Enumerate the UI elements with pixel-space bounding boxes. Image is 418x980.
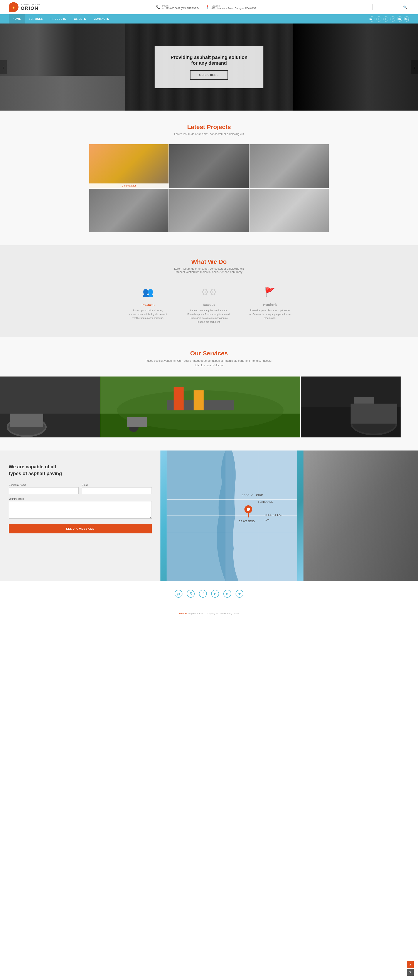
project-label-1: Consectetuer (89, 183, 169, 188)
svg-rect-9 (174, 387, 184, 410)
nav-contacts[interactable]: CONTACTS (90, 14, 113, 24)
hero-next-arrow[interactable]: › (411, 60, 418, 74)
map-area: BOROUGH PARK FLATLANDS SHEEPSHEAD BAY GR… (160, 450, 303, 581)
contact-form-area: We are capable of alltypes of asphalt pa… (0, 450, 160, 581)
nav-clients[interactable]: CLIENTS (70, 14, 90, 24)
message-label: Your message (9, 498, 152, 500)
nav-social-linkedin[interactable]: in (397, 16, 402, 22)
nav-social-rss[interactable]: rss (404, 16, 409, 22)
footer-copyright: ORION. Asphalt Paving Company © 2015 Pri… (0, 609, 418, 618)
service-icon-2: ⚙⚙ (201, 285, 217, 300)
hero-road-right (293, 24, 418, 111)
project-item-4[interactable] (89, 189, 169, 232)
project-item-2[interactable] (169, 144, 249, 188)
contact-wrapper: We are capable of alltypes of asphalt pa… (0, 450, 418, 581)
nav-social: g+ t f p in rss (369, 16, 409, 22)
location-contact: 📍 Location: 6901 Marmora Road, Glasgow, … (205, 5, 257, 10)
service-item-3: 🚩 Hendrerit Phasellus porta. Fusce susci… (248, 285, 292, 324)
message-textarea[interactable] (9, 501, 152, 519)
contact-heading: We are capable of alltypes of asphalt pa… (9, 463, 74, 477)
footer-social-facebook[interactable]: f (199, 590, 207, 598)
service-image-1 (0, 377, 100, 438)
project-item-1[interactable]: Consectetuer (89, 144, 169, 188)
footer-divider (9, 602, 409, 602)
contact-bg-image (303, 450, 418, 581)
nav-social-twitter[interactable]: t (376, 16, 381, 22)
what-we-do-title: What We Do (9, 258, 409, 265)
footer-copyright-text: Asphalt Paving Company © 2015 Privacy po… (188, 612, 239, 615)
svg-text:BAY: BAY (265, 518, 270, 521)
svg-point-27 (247, 508, 250, 511)
latest-projects-subtitle: Lorem ipsum dolor sit amet, consectetuer… (9, 132, 409, 135)
search-input[interactable] (375, 6, 403, 9)
service-desc-3: Phasellus porta. Fusce suscipit varius m… (248, 309, 292, 320)
phone-label: Phone: (162, 5, 199, 7)
svg-text:GRAVESEND: GRAVESEND (239, 520, 255, 523)
form-row-1: Company Name Email (9, 484, 152, 494)
logo-icon: 🔥 (9, 2, 19, 12)
email-group: Email (82, 484, 152, 494)
svg-rect-10 (193, 390, 204, 410)
contact-info: 📞 Phone: +1 929 603 8031 (365-SUPPORT) 📍… (156, 5, 257, 10)
nav-social-googleplus[interactable]: g+ (369, 16, 375, 22)
phone-number: +1 929 603 8031 (365-SUPPORT) (162, 7, 199, 10)
svg-rect-17 (351, 404, 397, 424)
service-title-2: Natoque (187, 303, 231, 306)
svg-text:BOROUGH PARK: BOROUGH PARK (242, 494, 263, 497)
svg-text:SHEEPSHEAD: SHEEPSHEAD (265, 513, 282, 517)
project-item-5[interactable] (169, 189, 249, 232)
hero-headline: Providing asphalt paving solution for an… (168, 55, 250, 66)
hero-section: ‹ Providing asphalt paving solution for … (0, 24, 418, 111)
our-services-title: Our Services (9, 350, 409, 357)
services-images-row (0, 377, 400, 438)
email-input[interactable] (82, 487, 152, 494)
hero-overlay: Providing asphalt paving solution for an… (155, 46, 263, 88)
services-icons-row: 👥 Praesent Lorem ipsum dolor sit amet, c… (111, 285, 307, 324)
nav-services[interactable]: SERVICES (25, 14, 46, 24)
service-icon-1: 👥 (140, 285, 156, 300)
footer-social-googleplus[interactable]: g+ (175, 590, 182, 598)
latest-projects-section: Latest Projects Lorem ipsum dolor sit am… (0, 111, 418, 245)
logo-brand-name: ORION (21, 5, 40, 11)
service-title-1: Praesent (126, 303, 170, 306)
send-message-button[interactable]: SEND A MESSAGE (9, 524, 152, 533)
nav-products[interactable]: PRODUCTS (46, 14, 70, 24)
search-button[interactable]: 🔍 (403, 5, 407, 9)
footer-social-pinterest[interactable]: P (211, 590, 219, 598)
phone-contact: 📞 Phone: +1 929 603 8031 (365-SUPPORT) (156, 5, 199, 10)
footer-social-rss[interactable]: ⊕ (236, 590, 243, 598)
location-label: Location: (211, 5, 257, 7)
message-group: Your message (9, 498, 152, 519)
logo-text: Asphalt paving ORION (21, 3, 40, 11)
what-we-do-subtitle: Lorem ipsum dolor sit amet, consectetuer… (155, 267, 263, 274)
top-bar: 🔥 Asphalt paving ORION 📞 Phone: +1 929 6… (0, 0, 418, 14)
company-name-group: Company Name (9, 484, 78, 494)
nav-home[interactable]: HOME (9, 14, 25, 24)
search-box[interactable]: 🔍 (372, 4, 409, 10)
service-image-3 (301, 377, 400, 438)
projects-grid: Consectetuer (89, 144, 329, 232)
company-name-input[interactable] (9, 487, 78, 494)
footer-social-linkedin[interactable]: in (223, 590, 231, 598)
footer-brand-link[interactable]: ORION. (179, 612, 188, 615)
nav-social-facebook[interactable]: f (383, 16, 388, 22)
service-item-1: 👥 Praesent Lorem ipsum dolor sit amet, c… (126, 285, 170, 324)
service-image-2 (101, 377, 300, 438)
our-services-subtitle: Fusce suscipit varius mi. Cum sociis nat… (144, 359, 274, 368)
hero-cta-button[interactable]: CLICK HERE (190, 70, 228, 80)
project-item-3[interactable] (249, 144, 329, 188)
footer-social-twitter[interactable]: 𝕏 (187, 590, 195, 598)
map-svg: BOROUGH PARK FLATLANDS SHEEPSHEAD BAY GR… (160, 450, 303, 581)
service-desc-2: Aenean nonummy hendrerit mauris. Phasell… (187, 309, 231, 324)
project-item-6[interactable] (249, 189, 329, 232)
hero-prev-arrow[interactable]: ‹ (0, 60, 7, 74)
nav-social-pinterest[interactable]: p (390, 16, 396, 22)
service-desc-1: Lorem ipsum dolor sit amet, consectetuer… (126, 309, 170, 320)
what-we-do-section: What We Do Lorem ipsum dolor sit amet, c… (0, 245, 418, 337)
svg-rect-12 (127, 417, 147, 427)
social-icons-row: g+ 𝕏 f P in ⊕ (9, 590, 409, 598)
location-icon: 📍 (205, 5, 210, 9)
svg-text:FLATLANDS: FLATLANDS (258, 500, 273, 503)
location-address: 6901 Marmora Road, Glasgow, D04 89GR (211, 7, 257, 10)
phone-icon: 📞 (156, 5, 160, 9)
